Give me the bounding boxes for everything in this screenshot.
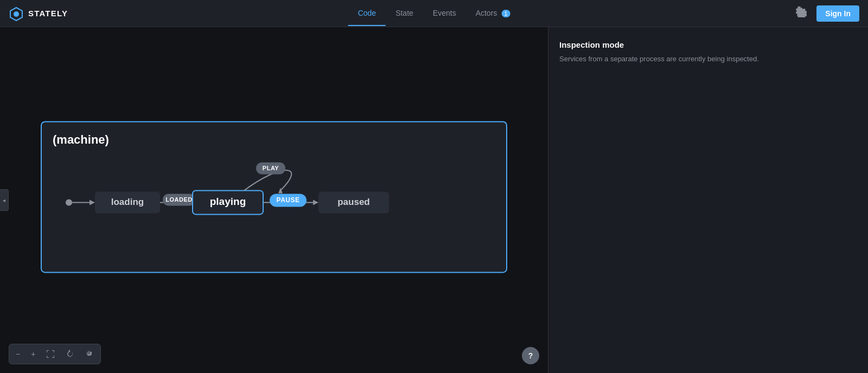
nav-tabs: Code State Events Actors 1 — [348, 1, 520, 26]
svg-text:paused: paused — [337, 197, 370, 207]
question-mark-icon: ? — [528, 351, 533, 360]
machine-diagram: (machine) loading LOADED playing — [41, 121, 507, 273]
actors-badge: 1 — [501, 10, 510, 17]
logo-text: STATELY — [28, 9, 68, 18]
cursor-button[interactable] — [81, 346, 98, 362]
inspection-mode-description: Services from a separate process are cur… — [559, 54, 857, 65]
sidebar-toggle[interactable]: ◂ — [0, 189, 9, 211]
fit-button[interactable] — [42, 346, 59, 362]
state-machine-svg: loading LOADED playing PLAY — [53, 158, 497, 245]
bottom-toolbar: − + — [9, 344, 101, 364]
tab-state[interactable]: State — [386, 1, 423, 26]
svg-text:loading: loading — [111, 197, 144, 207]
inspection-mode-title: Inspection mode — [559, 40, 857, 49]
svg-text:playing: playing — [210, 196, 246, 207]
stately-logo-icon — [9, 6, 24, 21]
svg-point-1 — [14, 11, 19, 17]
fit-icon — [46, 350, 55, 358]
header-right: Sign In — [793, 3, 859, 23]
zoom-out-button[interactable]: − — [11, 346, 24, 362]
reset-icon — [66, 350, 74, 358]
chevron-left-icon: ◂ — [3, 197, 5, 203]
main-layout: ◂ (machine) loading LOADED — [0, 27, 868, 373]
machine-title: (machine) — [53, 133, 495, 147]
svg-text:LOADED: LOADED — [165, 196, 192, 203]
svg-marker-4 — [90, 200, 95, 205]
minus-icon: − — [16, 350, 20, 358]
canvas-area[interactable]: ◂ (machine) loading LOADED — [0, 27, 548, 373]
header: STATELY Code State Events Actors 1 Sign … — [0, 0, 868, 27]
svg-point-2 — [66, 199, 72, 205]
tab-events[interactable]: Events — [423, 1, 466, 26]
svg-text:PLAY: PLAY — [263, 165, 279, 171]
svg-marker-17 — [313, 200, 318, 205]
reset-button[interactable] — [61, 346, 79, 362]
zoom-in-button[interactable]: + — [27, 346, 40, 362]
gear-icon — [796, 7, 807, 17]
tab-actors[interactable]: Actors 1 — [466, 1, 520, 26]
sign-in-button[interactable]: Sign In — [816, 5, 859, 22]
settings-button[interactable] — [793, 3, 810, 23]
right-panel: Inspection mode Services from a separate… — [548, 27, 868, 373]
tab-code[interactable]: Code — [348, 1, 386, 26]
svg-text:PAUSE: PAUSE — [277, 196, 300, 204]
logo-area: STATELY — [9, 6, 68, 21]
plus-icon: + — [31, 350, 35, 358]
help-button[interactable]: ? — [522, 347, 539, 364]
hand-icon — [85, 350, 94, 358]
